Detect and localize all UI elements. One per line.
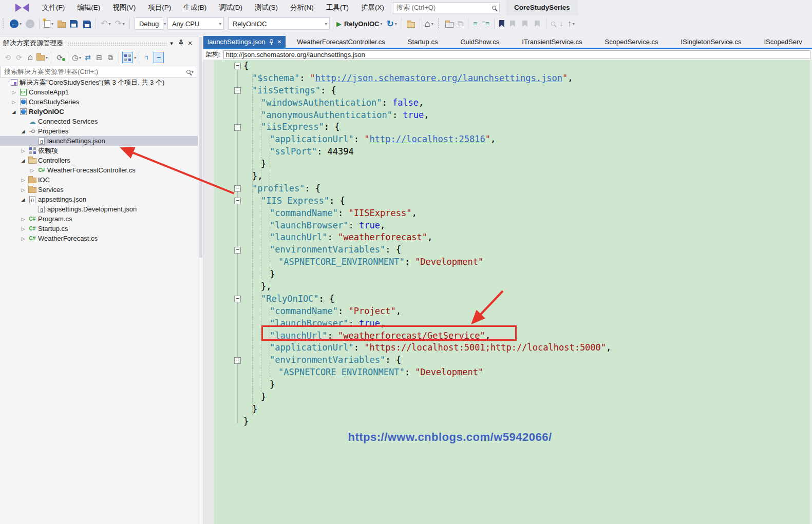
- expander-closed-icon[interactable]: ▷: [18, 178, 28, 183]
- save-all-button[interactable]: [80, 17, 92, 30]
- clear-bookmarks-button[interactable]: [532, 17, 543, 30]
- quick-launch-search-input[interactable]: 搜索 (Ctrl+Q): [393, 2, 500, 13]
- code-line-11[interactable]: "profiles": {: [203, 183, 812, 195]
- fold-collapse-button[interactable]: −: [234, 87, 241, 94]
- navigate-back-button[interactable]: ←▾: [8, 17, 23, 30]
- code-line-1[interactable]: {: [203, 60, 812, 72]
- toggle-bookmark-button[interactable]: [498, 17, 506, 30]
- fold-collapse-button[interactable]: −: [234, 247, 241, 254]
- menu-item-5[interactable]: 调试(D): [213, 0, 249, 15]
- tree-item-4[interactable]: ☁Connected Services: [0, 117, 198, 126]
- panel-menu-button[interactable]: ▾: [167, 40, 176, 47]
- editor-tab-7[interactable]: IScopedServ: [752, 36, 812, 48]
- menu-item-3[interactable]: 项目(P): [142, 0, 177, 15]
- startup-project-combobox[interactable]: RelyOnIOC▾: [228, 17, 330, 30]
- code-line-6[interactable]: "iisExpress": {: [203, 121, 812, 133]
- find-in-files-button[interactable]: [405, 17, 417, 30]
- menu-item-2[interactable]: 视图(V): [106, 0, 142, 15]
- code-line-16[interactable]: "environmentVariables": {: [203, 244, 812, 256]
- code-line-3[interactable]: "iisSettings": {: [203, 85, 812, 97]
- panel-pin-button[interactable]: [176, 40, 185, 47]
- code-line-25[interactable]: "environmentVariables": {: [203, 354, 812, 366]
- se-preview-selected-button[interactable]: −: [154, 52, 164, 63]
- se-collapse-all-button[interactable]: ⊟: [94, 52, 104, 63]
- navigate-forward-button[interactable]: →: [24, 17, 36, 30]
- se-properties-button[interactable]: ⌐: [142, 52, 153, 63]
- tree-item-1[interactable]: ▷C#ConsoleApp1: [0, 87, 198, 97]
- caret-icon[interactable]: ▾: [108, 22, 110, 26]
- fold-collapse-button[interactable]: −: [234, 296, 241, 302]
- configuration-combobox[interactable]: Debug▾: [135, 17, 163, 30]
- expander-open-icon[interactable]: ◢: [18, 158, 28, 163]
- caret-icon[interactable]: ▾: [431, 22, 433, 26]
- fold-collapse-button[interactable]: −: [234, 357, 241, 364]
- tree-item-3[interactable]: ◢RelyOnIOC: [0, 107, 198, 117]
- increase-indent-button[interactable]: ⁼≡: [480, 17, 491, 30]
- expander-closed-icon[interactable]: ▷: [18, 148, 28, 153]
- se-home-button[interactable]: ⌂: [25, 52, 35, 63]
- move-down-button[interactable]: ↓: [558, 17, 565, 30]
- caret-icon[interactable]: ▾: [395, 22, 397, 26]
- editor-tab-0[interactable]: launchSettings.json✕: [203, 36, 286, 48]
- tree-item-0[interactable]: 解决方案"CoreStudySeries"(第 3 个项目, 共 3 个): [0, 77, 198, 87]
- caret-icon[interactable]: ▾: [51, 22, 53, 26]
- caret-icon[interactable]: ▾: [192, 70, 194, 74]
- code-editor-surface[interactable]: {"$schema": "http://json.schemastore.org…: [203, 60, 812, 524]
- caret-icon[interactable]: ▾: [381, 22, 383, 26]
- open-file-button[interactable]: [56, 17, 67, 30]
- expander-closed-icon[interactable]: ▷: [18, 226, 28, 231]
- menu-item-8[interactable]: 工具(T): [320, 0, 355, 15]
- copy-item-button[interactable]: ⧉: [456, 17, 465, 30]
- menu-item-7[interactable]: 分析(N): [284, 0, 320, 15]
- fold-collapse-button[interactable]: −: [234, 124, 241, 131]
- se-pending-changes-filter-button[interactable]: ◷▾: [71, 52, 82, 63]
- tree-item-9[interactable]: ▷C#WeatherForecastController.cs: [0, 165, 198, 175]
- expander-closed-icon[interactable]: ▷: [9, 90, 18, 95]
- schema-value-input[interactable]: http://json.schemastore.org/launchsettin…: [223, 50, 810, 59]
- toolbar-drag-handle[interactable]: [2, 18, 5, 29]
- se-switch-views-button[interactable]: ▾: [36, 52, 48, 63]
- fold-collapse-button[interactable]: −: [234, 185, 241, 192]
- decrease-indent-button[interactable]: ≡: [471, 17, 479, 30]
- se-forward-button[interactable]: ⟳: [14, 52, 24, 63]
- se-copy-button[interactable]: ⧉: [105, 52, 116, 63]
- se-back-button[interactable]: ⟲: [3, 52, 13, 63]
- tree-item-11[interactable]: ▷Services: [0, 185, 198, 195]
- solution-name-badge[interactable]: CoreStudySeries: [506, 0, 578, 15]
- code-line-28[interactable]: }: [203, 391, 812, 403]
- code-line-7[interactable]: "applicationUrl": "http://localhost:2581…: [203, 133, 812, 146]
- code-line-30[interactable]: }: [203, 416, 812, 428]
- panel-close-button[interactable]: ✕: [185, 40, 195, 47]
- tree-item-13[interactable]: {}appsettings.Development.json: [0, 204, 198, 214]
- code-line-20[interactable]: "RelyOnIOC": {: [203, 293, 812, 305]
- code-hyperlink[interactable]: http://json.schemastore.org/launchsettin…: [315, 73, 562, 83]
- expander-open-icon[interactable]: ◢: [9, 109, 18, 114]
- undo-button[interactable]: ↶▾: [99, 17, 112, 30]
- code-line-29[interactable]: }: [203, 403, 812, 416]
- expander-closed-icon[interactable]: ▷: [18, 236, 28, 241]
- editor-tab-2[interactable]: Startup.cs: [396, 36, 449, 48]
- tab-pin-icon[interactable]: [269, 39, 274, 45]
- tree-item-6[interactable]: {}launchSettings.json: [0, 136, 198, 146]
- code-line-9[interactable]: }: [203, 158, 812, 170]
- se-sync-button[interactable]: ⟳: [54, 52, 65, 63]
- code-line-18[interactable]: }: [203, 268, 812, 281]
- tree-item-8[interactable]: ◢Controllers: [0, 156, 198, 165]
- expander-closed-icon[interactable]: ▷: [18, 187, 28, 192]
- redo-button[interactable]: ↷▾: [113, 17, 126, 30]
- start-debugging-button[interactable]: ▶ RelyOnIOC ▾: [335, 17, 384, 30]
- expander-open-icon[interactable]: ◢: [18, 129, 28, 134]
- hot-reload-button[interactable]: ↻▾: [385, 17, 399, 30]
- code-hyperlink[interactable]: http://localhost:25816: [370, 134, 485, 144]
- expander-open-icon[interactable]: ◢: [18, 197, 28, 202]
- se-sync-with-active-document-button[interactable]: ⇄: [83, 52, 93, 63]
- menu-item-1[interactable]: 编辑(E): [71, 0, 106, 15]
- editor-tab-3[interactable]: GuidShow.cs: [449, 36, 511, 48]
- expander-closed-icon[interactable]: ▷: [18, 217, 28, 222]
- caret-icon[interactable]: ▾: [20, 22, 22, 26]
- code-line-5[interactable]: "anonymousAuthentication": true,: [203, 109, 812, 122]
- solution-explorer-search-input[interactable]: 搜索解决方案资源管理器(Ctrl+;) ▾: [1, 66, 197, 78]
- tree-item-12[interactable]: ◢{}appsettings.json: [0, 195, 198, 204]
- code-line-12[interactable]: "IIS Express": {: [203, 195, 812, 207]
- tree-item-15[interactable]: ▷C#Startup.cs: [0, 224, 198, 234]
